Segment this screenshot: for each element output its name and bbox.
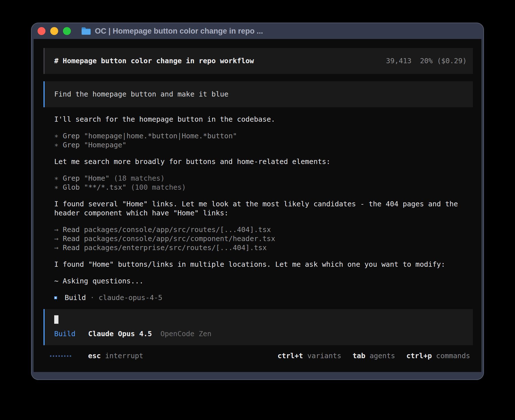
esc-key-hint: esc (88, 351, 101, 360)
active-agent-label: Build (54, 330, 75, 338)
spinner-dot (50, 355, 51, 357)
spinner-asterisk-icon: ∗ (54, 174, 58, 182)
tool-call-group: → Read packages/console/app/src/routes/[… (54, 225, 471, 252)
arrow-right-icon: → (54, 226, 58, 234)
terminal-content: # Homepage button color change in repo w… (34, 39, 481, 372)
shortcut-variants: ctrl+tvariants (278, 351, 341, 360)
spinner-dot (58, 355, 60, 357)
status-bar-right: ctrl+tvariants tabagents ctrl+pcommands (278, 351, 470, 360)
tool-call: → Read packages/console/app/src/componen… (54, 234, 471, 243)
assistant-paragraph: I'll search for the homepage button in t… (54, 115, 471, 124)
close-button[interactable] (38, 27, 45, 35)
file-path: packages/console/app/src/component/heade… (84, 235, 275, 243)
tool-call: ∗ Grep "homepage|home.*button|Home.*butt… (54, 132, 471, 141)
spinner-dots (50, 355, 71, 357)
provider-label: OpenCode Zen (160, 330, 211, 338)
assistant-working-status: ~ Asking questions... (54, 277, 471, 286)
prompt-input[interactable]: Build Claude Opus 4.5 OpenCode Zen (43, 309, 473, 345)
assistant-paragraph: I found several "Home" links. Let me loo… (54, 200, 471, 218)
arrow-right-icon: → (54, 235, 58, 243)
input-footer: Build Claude Opus 4.5 OpenCode Zen (54, 329, 467, 338)
match-count: (18 matches) (114, 174, 165, 182)
assistant-paragraph: Let me search more broadly for buttons a… (54, 157, 471, 166)
user-message: Find the homepage button and make it blu… (43, 81, 473, 107)
status-bar: esc interrupt ctrl+tvariants tabagents c… (43, 351, 473, 360)
session-title: # Homepage button color change in repo w… (54, 56, 254, 65)
spinner-dot (67, 355, 68, 357)
titlebar: OC | Homepage button color change in rep… (32, 23, 483, 39)
file-path: packages/console/app/src/routes/[...404]… (84, 226, 271, 234)
match-count: (100 matches) (131, 183, 186, 191)
status-bar-left: esc interrupt (50, 351, 143, 360)
user-message-text: Find the homepage button and make it blu… (54, 90, 228, 98)
session-stats: 39,41320% ($0.29) (386, 56, 467, 65)
agent-square-icon (54, 296, 57, 299)
spinner-asterisk-icon: ∗ (54, 132, 58, 140)
file-path: packages/enterprise/src/routes/[...404].… (84, 244, 267, 252)
spinner-dot (53, 355, 54, 357)
arrow-right-icon: → (54, 244, 58, 252)
window-title: OC | Homepage button color change in rep… (95, 27, 263, 36)
tool-call: ∗ Grep "Home" (18 matches) (54, 174, 471, 183)
tool-call-group: ∗ Grep "Home" (18 matches) ∗ Glob "**/*.… (54, 174, 471, 192)
active-model-label: Claude Opus 4.5 (88, 330, 152, 338)
traffic-lights (38, 27, 71, 35)
assistant-transcript: I'll search for the homepage button in t… (43, 115, 473, 302)
model-id: claude-opus-4-5 (99, 293, 162, 302)
spinner-dot (64, 355, 66, 357)
folder-icon (81, 27, 91, 35)
shortcut-agents: tabagents (353, 351, 395, 360)
context-usage: 20% ($0.29) (420, 57, 467, 65)
tool-call: → Read packages/console/app/src/routes/[… (54, 225, 471, 234)
tool-call-group: ∗ Grep "homepage|home.*button|Home.*butt… (54, 132, 471, 150)
assistant-paragraph: I found "Home" buttons/links in multiple… (54, 260, 471, 269)
spinner-dot (70, 355, 71, 357)
text-cursor (54, 315, 58, 324)
esc-key-label: interrupt (105, 351, 143, 360)
agent-name: Build (65, 293, 86, 302)
separator-dot: · (90, 293, 94, 302)
spinner-dot (61, 355, 63, 357)
spinner-asterisk-icon: ∗ (54, 183, 58, 191)
terminal-window: OC | Homepage button color change in rep… (31, 23, 484, 380)
session-header: # Homepage button color change in repo w… (43, 48, 473, 74)
zoom-button[interactable] (63, 27, 71, 35)
spinner-asterisk-icon: ∗ (54, 141, 58, 149)
agent-status-row: Build · claude-opus-4-5 (54, 293, 471, 302)
minimize-button[interactable] (50, 27, 58, 35)
tool-call: ∗ Glob "**/*.tsx" (100 matches) (54, 183, 471, 192)
input-line[interactable] (54, 315, 467, 324)
shortcut-commands: ctrl+pcommands (406, 351, 470, 360)
spinner-dot (56, 355, 57, 357)
tool-call: ∗ Grep "Homepage" (54, 141, 471, 150)
token-count: 39,413 (386, 57, 411, 65)
tool-call: → Read packages/enterprise/src/routes/[.… (54, 243, 471, 252)
